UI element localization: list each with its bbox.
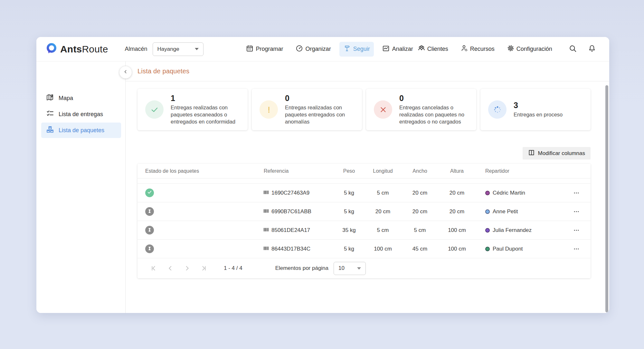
top-navbar: AntsRoute Almacén Hayange (36, 37, 609, 61)
modify-columns-button[interactable]: Modificar columnas (523, 147, 591, 160)
caret-down-icon (357, 267, 361, 270)
nav-organizar[interactable]: Organizar (292, 42, 335, 57)
courier-name: Anne Petit (493, 208, 518, 215)
sidebar-item-mapa-label: Mapa (59, 95, 73, 102)
modify-columns-label: Modificar columnas (538, 150, 585, 157)
warehouse-label: Almacén (125, 46, 147, 52)
package-reference: 85061DE24A17 (271, 227, 310, 234)
row-actions-button[interactable] (570, 243, 583, 255)
package-width: 20 cm (402, 190, 438, 196)
warning-icon (260, 100, 278, 119)
secondary-nav: Clientes Recursos (417, 41, 609, 57)
courier-color-dot (485, 228, 490, 233)
nav-clientes[interactable]: Clientes (417, 42, 449, 56)
header-reference: Referencia (264, 168, 335, 174)
search-button[interactable] (566, 43, 579, 56)
sidebar-item-lista-entregas-label: Lista de entregas (59, 111, 103, 118)
packages-icon (46, 125, 54, 135)
card-in-progress-desc: Entregas en proceso (514, 111, 563, 118)
nav-configuracion[interactable]: Configuración (506, 42, 553, 56)
table-row[interactable]: 6990B7C61ABB 5 kg 20 cm 20 cm 20 cm Anne… (137, 202, 591, 221)
nav-clientes-label: Clientes (427, 46, 448, 52)
row-actions-button[interactable] (570, 224, 583, 237)
app-window: AntsRoute Almacén Hayange (36, 37, 609, 313)
table-header-row: Estado de los paquetes Referencia Peso L… (137, 164, 591, 179)
warehouse-select-value: Hayange (157, 46, 179, 52)
nav-programar[interactable]: Programar (242, 42, 287, 57)
package-width: 5 cm (402, 227, 438, 234)
warehouse-selector-group: Almacén Hayange (125, 42, 204, 56)
sidebar-item-lista-paquetes[interactable]: Lista de paquetes (41, 123, 121, 138)
page-title: Lista de paquetes (137, 68, 189, 75)
pagination: 1 - 4 / 4 Elementos por página 10 (137, 258, 591, 278)
header-length: Longitud (364, 168, 402, 174)
card-delivered-ok-desc: Entregas realizadas con paquetes escanea… (171, 104, 241, 125)
sidebar-item-lista-entregas[interactable]: Lista de entregas (41, 106, 121, 122)
card-anomalies-desc: Entregas realizadas con paquetes entrega… (285, 104, 355, 125)
hourglass-icon (147, 208, 152, 215)
package-weight: 5 kg (335, 208, 364, 215)
hourglass-icon (147, 227, 152, 234)
package-length: 5 cm (364, 227, 402, 234)
status-badge (145, 188, 154, 197)
signpost-icon (343, 45, 351, 54)
nav-recursos-label: Recursos (470, 46, 495, 52)
previous-page-button[interactable] (162, 262, 179, 275)
card-delivered-ok: 1 Entregas realizadas con paquetes escan… (137, 89, 248, 130)
row-actions-button[interactable] (570, 205, 583, 218)
scrollbar-thumb[interactable] (605, 85, 608, 312)
card-anomalies: 0 Entregas realizadas con paquetes entre… (252, 89, 362, 130)
barcode-icon (264, 190, 269, 196)
sidebar-collapse-button[interactable] (119, 66, 132, 78)
calendar-icon (246, 45, 253, 54)
pagination-range: 1 - 4 / 4 (224, 265, 242, 271)
clients-icon (418, 44, 425, 54)
package-height: 20 cm (438, 190, 476, 196)
nav-analizar[interactable]: Analizar (378, 42, 417, 57)
next-page-button[interactable] (179, 262, 195, 275)
courier-name: Julia Fernandez (493, 227, 532, 234)
last-page-button[interactable] (195, 262, 212, 275)
nav-seguir[interactable]: Seguir (339, 42, 374, 57)
nav-organizar-label: Organizar (306, 46, 331, 52)
status-badge (145, 244, 154, 253)
main-nav: Programar Organizar (242, 42, 417, 57)
checklist-icon (46, 109, 54, 119)
barcode-icon (264, 227, 269, 234)
package-width: 20 cm (402, 208, 438, 215)
per-page-select[interactable]: 10 (334, 262, 366, 275)
table-row[interactable]: 86443D17B34C 5 kg 100 cm 45 cm 100 cm Pa… (137, 240, 591, 258)
card-delivered-ok-count: 1 (171, 94, 241, 103)
nav-recursos[interactable]: Recursos (460, 42, 495, 56)
package-weight: 5 kg (335, 190, 364, 196)
header-status: Estado de los paquetes (145, 168, 264, 174)
nav-configuracion-label: Configuración (516, 46, 552, 52)
sidebar-item-mapa[interactable]: Mapa (41, 90, 121, 106)
bell-icon (588, 44, 596, 54)
header-width: Ancho (402, 168, 438, 174)
table-row[interactable]: 1690C27463A9 5 kg 5 cm 20 cm 20 cm Cédri… (137, 184, 591, 202)
antsroute-logo[interactable]: AntsRoute (45, 43, 108, 56)
package-width: 45 cm (402, 246, 438, 252)
vertical-scrollbar[interactable] (605, 85, 608, 312)
card-cancelled-desc: Entregas canceladas o realizadas con paq… (399, 104, 470, 125)
antsroute-wordmark: AntsRoute (60, 44, 108, 55)
first-page-button[interactable] (145, 262, 162, 275)
courier-name: Cédric Martin (493, 190, 525, 196)
notifications-button[interactable] (586, 43, 599, 56)
table-row[interactable]: 85061DE24A17 35 kg 5 cm 5 cm 100 cm Juli… (137, 221, 591, 240)
card-cancelled: 0 Entregas canceladas o realizadas con p… (366, 89, 476, 130)
warehouse-select[interactable]: Hayange (153, 42, 204, 56)
row-actions-button[interactable] (570, 187, 583, 199)
header-weight: Peso (335, 168, 364, 174)
nav-analizar-label: Analizar (392, 46, 413, 52)
package-weight: 5 kg (335, 246, 364, 252)
package-reference: 1690C27463A9 (271, 190, 309, 196)
per-page-value: 10 (338, 265, 345, 271)
gear-icon (507, 44, 515, 54)
package-reference: 6990B7C61ABB (271, 208, 311, 215)
nav-programar-label: Programar (256, 46, 283, 52)
card-in-progress: 3 Entregas en proceso (480, 89, 591, 130)
per-page-label: Elementos por página (275, 265, 328, 271)
package-height: 100 cm (438, 246, 476, 252)
